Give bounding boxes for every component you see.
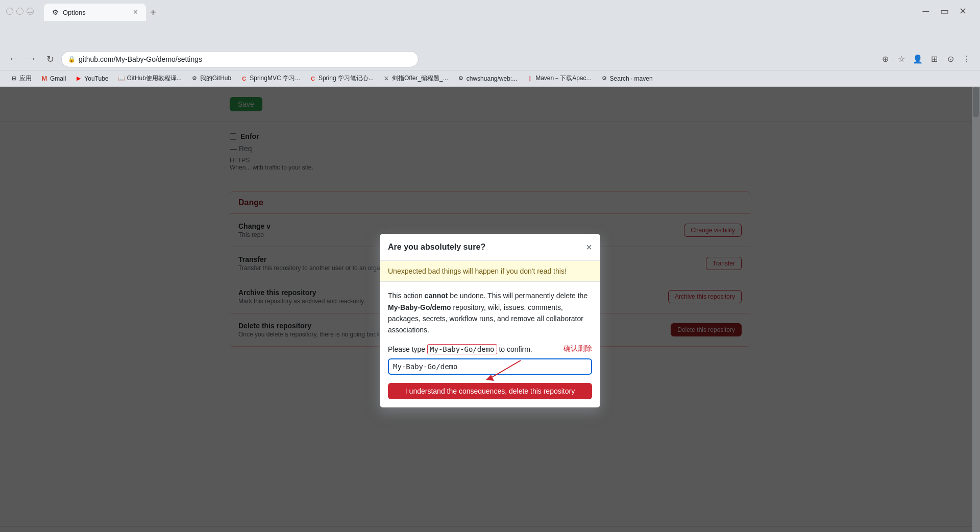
browser-chrome: ─ ⚙ Options × + ─ ▭ ✕	[0, 0, 980, 48]
bookmark-btn[interactable]: ☆	[894, 52, 909, 66]
url-text: github.com/My-Baby-Go/demo/settings	[79, 55, 412, 63]
back-button[interactable]: ←	[6, 52, 20, 66]
modal-header: Are you absolutely sure? ×	[380, 234, 600, 261]
menu-btn[interactable]: ⋮	[960, 52, 974, 66]
maximize-btn[interactable]	[16, 8, 23, 15]
coding-offer-icon: ⚔	[383, 75, 390, 82]
repo-confirm-input[interactable]	[388, 358, 592, 375]
title-bar: ─ ⚙ Options × + ─ ▭ ✕	[0, 0, 980, 20]
bookmark-github-help[interactable]: 📖 GitHub使用教程译...	[114, 73, 186, 84]
confirm-delete-button[interactable]: I understand the consequences, delete th…	[388, 383, 592, 399]
confirm-label-after: to confirm.	[497, 345, 532, 353]
bookmark-spring-mvc-label: SpringMVC 学习...	[250, 74, 300, 83]
modal-warning-banner: Unexpected bad things will happen if you…	[380, 261, 600, 282]
bookmark-youtube[interactable]: ▶ YouTube	[71, 74, 112, 83]
modal-overlay: Are you absolutely sure? × Unexpected ba…	[0, 87, 980, 532]
modal-confirm-label: Please type My-Baby-Go/demo to confirm. …	[388, 344, 592, 354]
window-close-btn[interactable]: ✕	[955, 4, 970, 18]
bookmark-chwshuang-label: chwshuang/web:...	[467, 75, 517, 82]
apps-icon: ⊞	[10, 75, 17, 82]
github-help-icon: 📖	[118, 75, 125, 82]
gmail-icon: M	[41, 75, 48, 82]
bookmarks-bar: ⊞ 应用 M Gmail ▶ YouTube 📖 GitHub使用教程译... …	[0, 70, 980, 87]
bookmark-apps[interactable]: ⊞ 应用	[6, 73, 36, 84]
spring-notes-icon: C	[309, 75, 316, 82]
profile-btn[interactable]: 👤	[911, 52, 925, 66]
bookmark-gmail-label: Gmail	[50, 75, 66, 82]
cannot-text: cannot	[425, 292, 448, 300]
bookmark-coding-offer-label: 剑指Offer_编程题_...	[392, 74, 448, 83]
modal-description: This action cannot be undone. This will …	[388, 290, 592, 336]
search-maven-icon: ⚙	[601, 75, 608, 82]
close-tab-icon[interactable]: ×	[133, 8, 138, 16]
address-bar-row: ← → ↻ 🔒 github.com/My-Baby-Go/demo/setti…	[0, 48, 980, 70]
bookmark-my-github[interactable]: ⚙ 我的GitHub	[187, 73, 235, 84]
modal-title: Are you absolutely sure?	[388, 243, 485, 252]
bookmark-gmail[interactable]: M Gmail	[37, 74, 70, 83]
bookmark-chwshuang[interactable]: ⚙ chwshuang/web:...	[453, 74, 521, 83]
description-part1: This action	[388, 292, 425, 300]
youtube-icon: ▶	[75, 75, 82, 82]
modal-body: This action cannot be undone. This will …	[380, 282, 600, 407]
tab-bar: ⚙ Options × +	[38, 2, 915, 21]
bookmark-youtube-label: YouTube	[84, 75, 108, 82]
confirm-repo-name: My-Baby-Go/demo	[427, 344, 497, 354]
svg-marker-1	[486, 375, 494, 381]
chinese-confirm-text: 确认删除	[564, 344, 592, 353]
active-tab[interactable]: ⚙ Options ×	[44, 4, 146, 21]
spring-mvc-icon: C	[240, 75, 248, 82]
reload-button[interactable]: ↻	[43, 52, 57, 66]
bookmark-coding-offer[interactable]: ⚔ 剑指Offer_编程题_...	[379, 73, 452, 84]
bookmark-spring-notes[interactable]: C Spring 学习笔记心...	[305, 73, 378, 84]
description-part2: be undone. This will permanently delete …	[448, 292, 587, 300]
bookmark-search-maven-label: Search · maven	[610, 75, 653, 82]
repo-name-bold: My-Baby-Go/demo	[388, 303, 451, 311]
bookmark-spring-notes-label: Spring 学习笔记心...	[318, 74, 374, 83]
my-github-icon: ⚙	[191, 75, 198, 82]
bookmark-maven-label: Maven－下载Apac...	[535, 74, 591, 83]
window-restore-btn[interactable]: ▭	[937, 4, 951, 18]
confirm-label-before: Please type	[388, 345, 427, 353]
extensions-btn[interactable]: ⊞	[927, 52, 941, 66]
tab-favicon: ⚙	[52, 8, 59, 16]
bookmark-search-maven[interactable]: ⚙ Search · maven	[597, 74, 657, 83]
bookmark-my-github-label: 我的GitHub	[200, 74, 231, 83]
chwshuang-icon: ⚙	[457, 75, 464, 82]
minimize-btn[interactable]	[6, 8, 13, 15]
window-minimize-btn[interactable]: ─	[919, 4, 933, 18]
close-btn[interactable]: ─	[27, 8, 34, 15]
translate-btn[interactable]: ⊕	[878, 52, 892, 66]
confirm-delete-modal: Are you absolutely sure? × Unexpected ba…	[380, 234, 600, 407]
modal-close-button[interactable]: ×	[586, 242, 592, 252]
tab-title: Options	[63, 9, 86, 16]
lock-icon: 🔒	[68, 56, 76, 63]
bookmark-apps-label: 应用	[19, 74, 32, 83]
maven-icon: ∥	[526, 75, 533, 82]
new-tab-button[interactable]: +	[146, 4, 160, 21]
bookmark-maven[interactable]: ∥ Maven－下载Apac...	[522, 73, 595, 84]
forward-button[interactable]: →	[24, 52, 39, 66]
page-content: Save Enfor — Req HTTPS When... with traf…	[0, 87, 980, 532]
browser-actions: ⊕ ☆ 👤 ⊞ ⊙ ⋮	[878, 52, 974, 66]
bookmark-spring-mvc[interactable]: C SpringMVC 学习...	[236, 73, 304, 84]
address-bar[interactable]: 🔒 github.com/My-Baby-Go/demo/settings	[61, 51, 419, 67]
bookmark-github-help-label: GitHub使用教程译...	[127, 74, 182, 83]
modal-warning-text: Unexpected bad things will happen if you…	[388, 267, 567, 275]
account-btn[interactable]: ⊙	[943, 52, 958, 66]
window-controls: ─	[6, 8, 34, 15]
